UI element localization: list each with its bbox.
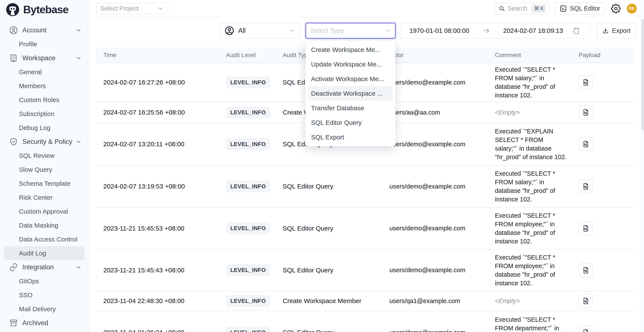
row-audit-type: SQL Editor Query xyxy=(279,183,386,190)
scrollbar-track[interactable] xyxy=(641,0,644,332)
payload-view-button[interactable] xyxy=(579,221,593,235)
sidebar-item-mail-delivery[interactable]: Mail Delivery xyxy=(4,302,85,316)
sidebar-item-label: Schema Template xyxy=(19,180,70,187)
search-input[interactable]: Search ⌘ K xyxy=(495,2,549,14)
audit-level-badge: LEVEL_INFO xyxy=(226,295,270,307)
project-select-placeholder: Select Project xyxy=(100,5,139,12)
sidebar-item-custom-roles[interactable]: Custom Roles xyxy=(4,93,85,107)
sidebar-item-schema-template[interactable]: Schema Template xyxy=(4,176,85,190)
scrollbar-thumb[interactable] xyxy=(642,19,644,130)
row-actor: users/demo@example.com xyxy=(386,79,492,86)
topbar-right: Search ⌘ K SQL Editor DE xyxy=(495,2,637,15)
sidebar-item-integration[interactable]: Integration xyxy=(4,260,85,274)
sidebar-item-label: Mail Delivery xyxy=(19,305,56,313)
type-option-sql-export[interactable]: SQL Export xyxy=(306,130,395,145)
row-time: 2023-11-04 22:48:30 +08:00 xyxy=(96,297,224,305)
payload-view-button[interactable] xyxy=(579,325,593,332)
sidebar-item-archived[interactable]: Archived xyxy=(4,316,85,330)
sidebar-item-risk-center[interactable]: Risk Center xyxy=(4,190,85,204)
sql-editor-label: SQL Editor xyxy=(570,5,600,12)
chevron-down-icon xyxy=(158,5,164,12)
sidebar-item-sso[interactable]: SSO xyxy=(4,288,85,302)
bytebase-logo[interactable]: Bytebase xyxy=(0,0,89,17)
row-comment: Executed `"SELECT * FROM employee;"` in … xyxy=(492,208,573,249)
chevron-down-icon xyxy=(289,27,295,34)
search-placeholder: Search xyxy=(508,5,527,12)
gear-icon[interactable] xyxy=(611,4,621,13)
date-to-value: 2024-02-07 18:09:13 xyxy=(503,27,563,34)
sidebar-item-subscription[interactable]: Subscription xyxy=(4,107,85,121)
sidebar: Bytebase AccountProfileWorkspaceGeneralM… xyxy=(0,0,89,332)
sidebar-item-label: GitOps xyxy=(19,278,39,285)
row-payload xyxy=(573,325,635,332)
payload-view-button[interactable] xyxy=(579,105,593,120)
payload-view-button[interactable] xyxy=(579,263,593,277)
project-select[interactable]: Select Project xyxy=(96,3,168,14)
sidebar-item-members[interactable]: Members xyxy=(4,79,85,93)
row-time: 2024-02-07 16:27:26 +08:00 xyxy=(96,79,224,86)
search-shortcut-badge: ⌘ K xyxy=(532,4,546,12)
table-row: 2023-11-21 15:45:53 +08:00 LEVEL_INFO SQ… xyxy=(96,208,635,249)
row-actor: users/qa1@example.com xyxy=(386,298,492,305)
row-actor: users/demo@example.com xyxy=(386,267,492,274)
table-row: 2023-11-21 15:45:43 +08:00 LEVEL_INFO SQ… xyxy=(96,249,635,291)
sidebar-item-data-access-control[interactable]: Data Access Control xyxy=(4,232,85,246)
type-option-transfer-database[interactable]: Transfer Database xyxy=(306,101,395,115)
row-audit-type: SQL Editor Query xyxy=(279,267,386,274)
actor-filter-select[interactable]: All xyxy=(220,23,300,38)
sidebar-item-label: Workspace xyxy=(22,54,56,62)
sidebar-item-label: Slow Query xyxy=(19,166,52,173)
row-audit-level: LEVEL_INFO xyxy=(224,107,279,118)
row-payload xyxy=(573,137,635,151)
type-option-create-workspace-me[interactable]: Create Workspace Me... xyxy=(306,42,395,57)
sidebar-item-debug-log[interactable]: Debug Log xyxy=(4,121,85,135)
type-option-sql-editor-query[interactable]: SQL Editor Query xyxy=(306,115,395,130)
sidebar-item-security-policy[interactable]: Security & Policy xyxy=(4,135,85,149)
sidebar-item-profile[interactable]: Profile xyxy=(4,37,85,51)
sidebar-nav: AccountProfileWorkspaceGeneralMembersCus… xyxy=(0,23,89,330)
file-search-icon xyxy=(582,140,590,148)
archive-icon xyxy=(9,319,18,328)
file-search-icon xyxy=(582,78,590,86)
file-search-icon xyxy=(582,266,590,274)
payload-view-button[interactable] xyxy=(579,179,593,193)
row-audit-level: LEVEL_INFO xyxy=(224,264,279,276)
sidebar-item-account[interactable]: Account xyxy=(4,23,85,37)
row-actor: users/demo@example.com xyxy=(386,141,492,148)
sidebar-item-label: Risk Center xyxy=(19,194,53,201)
sidebar-item-label: General xyxy=(19,68,42,76)
column-header-actor: Actor xyxy=(386,52,492,59)
row-comment: <Empty> xyxy=(492,294,573,308)
sidebar-item-label: Subscription xyxy=(19,110,54,118)
type-option-activate-workspace-me[interactable]: Activate Workspace Me... xyxy=(306,72,395,86)
payload-view-button[interactable] xyxy=(579,137,593,151)
date-range-picker[interactable]: 1970-01-01 08:00:00 2024-02-07 18:09:13 xyxy=(400,23,591,38)
column-header-comment: Comment xyxy=(492,49,573,62)
topbar: Select Project Search ⌘ K SQL Editor DE xyxy=(89,0,644,17)
sidebar-item-gitops[interactable]: GitOps xyxy=(4,274,85,288)
type-option-update-workspace-me[interactable]: Update Workspace Me... xyxy=(306,57,395,72)
payload-view-button[interactable] xyxy=(579,294,593,308)
sql-editor-button[interactable]: SQL Editor xyxy=(555,2,605,15)
sidebar-item-workspace[interactable]: Workspace xyxy=(4,51,85,65)
avatar[interactable]: DE xyxy=(627,4,637,13)
audit-level-badge: LEVEL_INFO xyxy=(226,138,270,150)
sidebar-item-data-masking[interactable]: Data Masking xyxy=(4,218,85,232)
sidebar-item-label: Integration xyxy=(22,263,54,271)
sidebar-item-custom-approval[interactable]: Custom Approval xyxy=(4,204,85,218)
sidebar-item-slow-query[interactable]: Slow Query xyxy=(4,163,85,176)
sidebar-item-sql-review[interactable]: SQL Review xyxy=(4,149,85,163)
type-filter-select[interactable]: Select Type xyxy=(306,23,396,39)
row-time: 2024-02-07 13:19:53 +08:00 xyxy=(96,183,224,190)
sidebar-item-audit-log[interactable]: Audit Log xyxy=(4,246,85,260)
column-header-payload: Payload xyxy=(573,52,635,59)
row-comment: <Empty> xyxy=(492,105,573,120)
payload-view-button[interactable] xyxy=(579,75,593,89)
column-header-time: Time xyxy=(96,52,224,59)
export-button[interactable]: Export xyxy=(597,23,636,38)
file-search-icon xyxy=(582,182,590,190)
type-option-deactivate-workspace[interactable]: Deactivate Workspace ... xyxy=(308,86,393,101)
terminal-icon xyxy=(560,5,567,12)
row-time: 2023-11-21 15:45:43 +08:00 xyxy=(96,267,224,274)
sidebar-item-general[interactable]: General xyxy=(4,65,85,79)
